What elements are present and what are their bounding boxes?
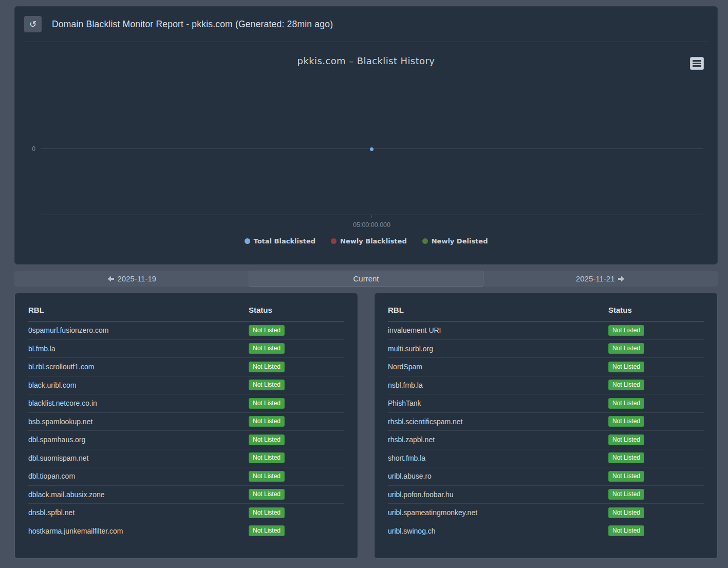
column-header-rbl: RBL [388,306,608,314]
status-cell: Not Listed [608,471,704,482]
status-cell: Not Listed [608,489,704,500]
legend-label: Total Blacklisted [254,237,316,245]
status-cell: Not Listed [249,452,344,463]
status-cell: Not Listed [249,343,344,354]
status-badge: Not Listed [249,416,285,427]
chart-context-menu-button[interactable] [690,57,704,70]
rbl-name: uribl.abuse.ro [388,472,608,480]
rbl-name: uribl.spameatingmonkey.net [388,508,608,517]
status-badge: Not Listed [249,434,285,445]
status-cell: Not Listed [249,325,344,336]
rbl-name: bsb.spamlookup.net [28,418,249,426]
status-badge: Not Listed [608,416,644,427]
table-row: invaluement URI Not Listed [388,321,704,340]
prev-date-button[interactable]: 2025-11-19 [14,271,249,287]
y-axis-tick-label: 0 [15,145,35,153]
column-header-status: Status [608,306,704,314]
table-body: invaluement URI Not Listed multi.surbl.o… [388,321,704,540]
current-date-label: Current [353,274,379,283]
table-row: uribl.abuse.ro Not Listed [388,467,704,486]
rbl-name: dbl.spamhaus.org [28,436,249,444]
rbl-name: rhsbl.zapbl.net [388,436,608,444]
table-header-row: RBL Status [28,293,344,321]
rbl-name: dbl.tiopan.com [28,472,249,480]
table-row: dbl.suomispam.net Not Listed [28,449,344,468]
status-cell: Not Listed [608,362,704,372]
rbl-name: multi.surbl.org [388,345,608,353]
legend-marker-icon [331,238,337,244]
table-row: rhsbl.scientificspam.net Not Listed [388,413,704,431]
status-cell: Not Listed [249,416,344,427]
report-header: ↺ Domain Blacklist Monitor Report - pkki… [15,7,717,42]
page-title: Domain Blacklist Monitor Report - pkkis.… [52,19,333,30]
status-badge: Not Listed [249,398,285,409]
status-badge: Not Listed [249,507,285,518]
status-badge: Not Listed [608,434,644,445]
rbl-name: nsbl.fmb.la [388,381,608,389]
rbl-name: dblack.mail.abusix.zone [28,490,249,499]
table-row: dbl.tiopan.com Not Listed [28,467,344,486]
rbl-name: 0spamurl.fusionzero.com [28,326,249,334]
status-badge: Not Listed [608,325,644,336]
date-navigation: 2025-11-19 Current 2025-11-21 [14,271,718,287]
status-cell: Not Listed [608,416,704,427]
table-row: PhishTank Not Listed [388,394,704,413]
rbl-name: NordSpam [388,363,608,371]
table-body: 0spamurl.fusionzero.com Not Listed bl.fm… [28,321,344,540]
status-badge: Not Listed [249,471,285,482]
status-cell: Not Listed [608,343,704,354]
legend-marker-icon [422,238,428,244]
rbl-name: black.uribl.com [28,381,249,389]
status-badge: Not Listed [608,507,644,518]
status-cell: Not Listed [249,525,344,536]
status-cell: Not Listed [608,452,704,463]
data-point-total-blacklisted[interactable] [370,147,374,151]
rbl-name: dnsbl.spfbl.net [28,508,249,517]
table-row: hostkarma.junkemailfilter.com Not Listed [28,522,344,541]
table-row: uribl.swinog.ch Not Listed [388,522,704,541]
status-cell: Not Listed [608,525,704,536]
table-row: rhsbl.zapbl.net Not Listed [388,431,704,449]
status-cell: Not Listed [608,398,704,409]
rbl-name: uribl.swinog.ch [388,527,608,535]
table-row: 0spamurl.fusionzero.com Not Listed [28,321,344,340]
table-row: dbl.spamhaus.org Not Listed [28,431,344,449]
arrow-left-icon [107,276,114,282]
rbl-name: bl.fmb.la [28,345,249,353]
rbl-table-left: RBL Status 0spamurl.fusionzero.com Not L… [14,293,358,559]
legend-item[interactable]: Total Blacklisted [245,237,316,245]
rbl-table-right: RBL Status invaluement URI Not Listed mu… [374,293,718,559]
current-date-button[interactable]: Current [249,271,484,287]
status-cell: Not Listed [608,380,704,390]
column-header-rbl: RBL [28,306,249,314]
next-date-button[interactable]: 2025-11-21 [483,271,718,287]
rbl-name: hostkarma.junkemailfilter.com [28,527,249,535]
table-row: dnsbl.spfbl.net Not Listed [28,504,344,522]
table-row: nsbl.fmb.la Not Listed [388,376,704,395]
status-cell: Not Listed [249,507,344,518]
status-badge: Not Listed [608,452,644,463]
legend-item[interactable]: Newly Delisted [422,237,488,245]
status-badge: Not Listed [608,525,644,536]
status-badge: Not Listed [608,398,644,409]
refresh-button[interactable]: ↺ [24,16,42,32]
rbl-name: blacklist.netcore.co.in [28,399,249,407]
rbl-name: uribl.pofon.foobar.hu [388,490,608,499]
legend-item[interactable]: Newly Blacklisted [331,237,407,245]
status-cell: Not Listed [249,489,344,500]
status-badge: Not Listed [249,343,285,354]
status-cell: Not Listed [249,380,344,390]
status-badge: Not Listed [249,362,285,372]
status-cell: Not Listed [608,325,704,336]
rbl-name: invaluement URI [388,326,608,334]
hamburger-icon [693,60,701,62]
table-row: dblack.mail.abusix.zone Not Listed [28,486,344,504]
status-badge: Not Listed [249,452,285,463]
report-panel: ↺ Domain Blacklist Monitor Report - pkki… [14,6,718,264]
status-badge: Not Listed [608,343,644,354]
status-cell: Not Listed [249,471,344,482]
arrow-right-icon [618,276,625,282]
table-row: multi.surbl.org Not Listed [388,340,704,358]
rbl-name: short.fmb.la [388,454,608,462]
rbl-name: dbl.suomispam.net [28,454,249,462]
